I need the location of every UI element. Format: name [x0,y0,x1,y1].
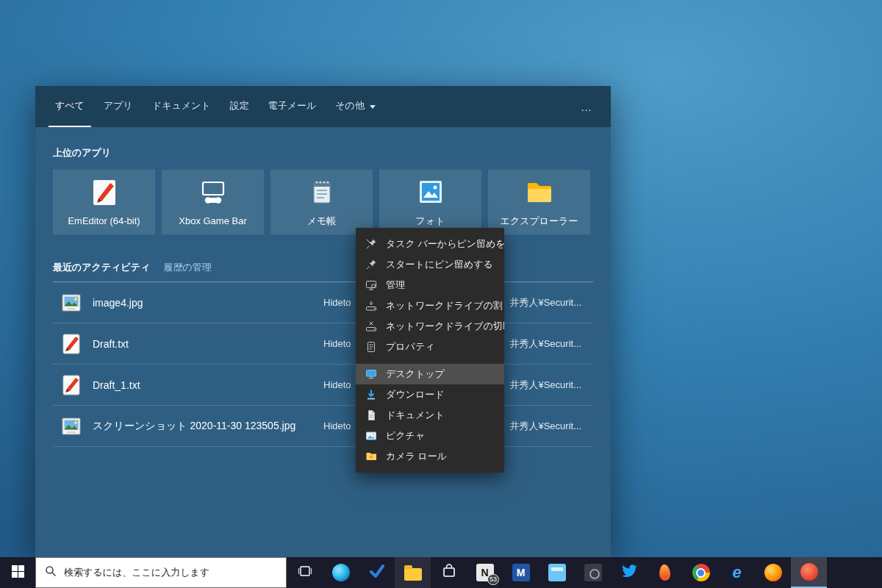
menu-item-label: ネットワークドライブの切断 [386,320,504,333]
menu-item-label: ドキュメント [386,409,445,422]
overflow-menu-button[interactable]: … [576,86,598,127]
emeditor-file-icon [60,374,82,396]
taskbar-app-e[interactable]: e [719,557,755,588]
top-apps-header: 上位のアプリ [53,146,593,159]
downloads-folder-icon [365,389,377,401]
menu-item-label: ダウンロード [386,388,445,401]
emeditor-file-icon [60,333,82,355]
menu-item-label: タスク バーからピン留めを外す [386,237,504,251]
file-path-fragment: Hideto [323,338,351,349]
menu-item-map-network-drive[interactable]: ネットワークドライブの割り当て [356,295,504,316]
menu-item-desktop[interactable]: デスクトップ [356,364,504,384]
properties-icon [365,341,377,353]
taskbar-app-store[interactable] [431,557,467,588]
menu-item-pictures[interactable]: ピクチャ [356,426,504,446]
menu-item-label: スタートにピン留めする [386,258,493,271]
tab-label: アプリ [104,99,133,112]
dark-app-icon [584,564,602,581]
file-path-fragment: 井秀人¥Securit... [509,337,581,351]
notepad-icon [307,177,337,209]
tab-email[interactable]: 電子メール [262,86,323,127]
taskbar-search-box[interactable]: 検索するには、ここに入力します [35,557,287,588]
menu-item-properties[interactable]: プロパティ [356,337,504,357]
blue-check-icon [369,563,385,582]
top-app-tile-xbox-game-bar[interactable]: Xbox Game Bar [162,170,264,234]
image-file-icon [60,292,82,314]
menu-item-unpin-from-taskbar[interactable]: タスク バーからピン留めを外す [356,234,504,254]
menu-item-downloads[interactable]: ダウンロード [356,384,504,405]
file-path-fragment: Hideto [323,379,351,390]
taskbar-app-dark[interactable] [575,557,611,588]
recent-activity-title: 最近のアクティビティ [53,261,150,274]
unpin-icon [365,238,377,250]
file-path-fragment: 井秀人¥Securit... [509,379,581,392]
twitter-icon [621,564,637,581]
camera-roll-folder-icon [365,451,377,462]
menu-item-label: カメラ ロール [386,450,447,463]
taskbar-app-twitter[interactable] [611,557,647,588]
chrome-icon [692,564,710,581]
taskbar-app-flame[interactable] [647,557,683,588]
taskbar-app-chrome[interactable] [683,557,719,588]
taskbar-app-active[interactable] [791,557,827,588]
taskbar-app-n[interactable]: N 53 [467,557,503,588]
task-view-icon [298,564,312,581]
tile-label: Xbox Game Bar [179,215,247,226]
flame-icon [659,564,670,581]
menu-item-disconnect-network-drive[interactable]: ネットワークドライブの切断 [356,316,504,337]
tab-label: すべて [55,99,85,112]
pictures-folder-icon [365,430,377,442]
taskbar-app-edge[interactable] [323,557,359,588]
blue-window-icon [548,564,566,581]
task-view-button[interactable] [287,557,323,588]
menu-item-pin-to-start[interactable]: スタートにピン留めする [356,254,504,275]
emeditor-icon [90,178,119,210]
file-explorer-icon [404,568,422,581]
tab-label: その他 [335,99,365,112]
recent-item-draft1[interactable]: Draft_1.txt Hideto 井秀人¥Securit... [53,365,593,406]
taskbar-app-file-explorer[interactable] [395,557,431,588]
manage-history-link[interactable]: 履歴の管理 [163,261,211,274]
tile-label: メモ帳 [307,215,337,228]
file-path-fragment: Hideto [323,297,351,308]
menu-item-camera-roll[interactable]: カメラ ロール [356,446,504,467]
tab-all[interactable]: すべて [49,86,91,127]
recent-item-draft[interactable]: Draft.txt Hideto 井秀人¥Securit... [53,323,593,365]
taskbar-app-m[interactable]: M [503,557,539,588]
tab-settings[interactable]: 設定 [223,86,256,127]
menu-item-manage[interactable]: 管理 [356,275,504,295]
search-placeholder: 検索するには、ここに入力します [64,566,209,579]
taskbar-app-firefox[interactable] [755,557,791,588]
m-app-icon: M [512,564,530,581]
tab-apps[interactable]: アプリ [97,86,140,127]
desktop-folder-icon [365,368,377,380]
top-app-tile-photos[interactable]: フォト [379,170,481,234]
search-icon [45,565,57,580]
menu-item-label: ピクチャ [386,429,425,442]
taskbar-app-blue-window[interactable] [539,557,575,588]
tab-documents[interactable]: ドキュメント [146,86,218,127]
documents-folder-icon [365,409,377,421]
start-button[interactable] [0,557,35,588]
tab-more[interactable]: その他 [329,86,382,127]
recent-item-image4[interactable]: image4.jpg Hideto 井秀人¥Securit... [53,282,593,323]
top-app-tile-emeditor[interactable]: EmEditor (64-bit) [53,170,155,234]
recent-activity-header: 最近のアクティビティ 履歴の管理 [53,261,593,282]
tile-label: エクスプローラー [501,215,578,228]
file-explorer-icon [525,177,554,209]
top-app-tile-notepad[interactable]: メモ帳 [270,170,373,234]
disconnect-network-drive-icon [365,320,377,332]
menu-item-label: デスクトップ [386,368,445,381]
map-network-drive-icon [365,300,377,312]
file-name: Draft_1.txt [93,379,140,391]
ellipsis-icon: … [581,101,593,113]
taskbar-app-blue-check[interactable] [359,557,395,588]
menu-item-documents[interactable]: ドキュメント [356,405,504,426]
menu-item-label: プロパティ [386,340,435,354]
top-app-tile-explorer[interactable]: エクスプローラー [488,170,590,234]
file-name: Draft.txt [93,338,129,350]
active-red-app-icon [800,563,818,581]
tile-label: EmEditor (64-bit) [68,215,140,226]
recent-item-screenshot[interactable]: スクリーンショット 2020-11-30 123505.jpg Hideto 井… [53,406,593,447]
windows-search-panel: すべて アプリ ドキュメント 設定 電子メール その他 … 上位のアプリ [35,86,611,557]
